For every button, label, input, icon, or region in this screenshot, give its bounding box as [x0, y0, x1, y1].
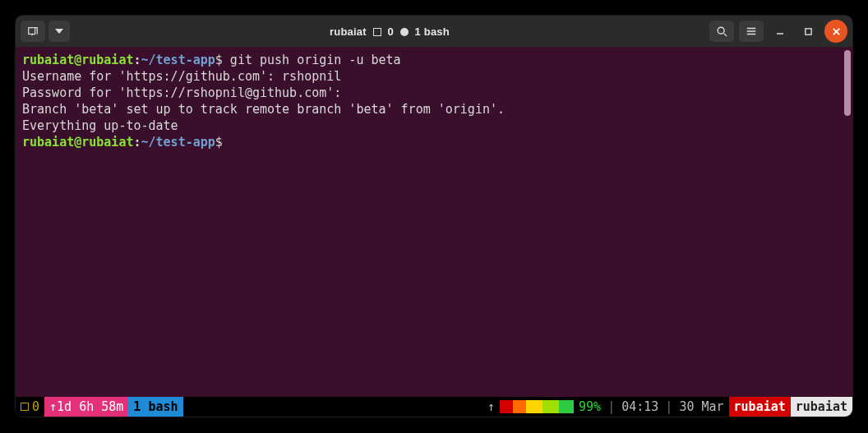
terminal-line: Everything up-to-date: [22, 117, 846, 134]
uptime-arrow-icon: ↑: [49, 399, 57, 414]
status-time: 04:13: [616, 397, 663, 417]
title-square-icon: [373, 28, 381, 36]
prompt-user: rubaiat: [22, 53, 74, 67]
title-proc: bash: [424, 25, 450, 38]
status-sep: |: [606, 399, 616, 414]
svg-marker-1: [55, 29, 63, 34]
status-uptime: ↑ 1d 6h 58m: [44, 397, 128, 417]
prompt-at: @: [74, 53, 81, 67]
prompt-command: [223, 135, 230, 150]
status-spacer: [183, 397, 483, 417]
svg-point-2: [718, 27, 724, 34]
status-host: rubaiat: [729, 397, 791, 417]
scrollbar-thumb[interactable]: [844, 50, 851, 116]
svg-line-3: [724, 34, 727, 37]
prompt-dollar: $: [215, 53, 223, 67]
terminal-output[interactable]: rubaiat@rubaiat:~/test-app$ git push ori…: [16, 47, 852, 397]
prompt-colon: :: [133, 53, 141, 67]
prompt-command: git push origin -u beta: [223, 53, 401, 67]
terminal-area: rubaiat@rubaiat:~/test-app$ git push ori…: [16, 47, 852, 417]
new-tab-button[interactable]: [21, 21, 45, 42]
output-text: Everything up-to-date: [22, 118, 178, 133]
uptime-value: 1d 6h 58m: [57, 399, 123, 414]
tab-menu-button[interactable]: [48, 21, 70, 42]
output-text: Branch 'beta' set up to track remote bra…: [22, 102, 505, 117]
status-load-bar: [500, 397, 574, 417]
time-value: 04:13: [621, 399, 658, 414]
status-network: ↑: [482, 397, 500, 417]
prompt-path: ~/test-app: [141, 53, 215, 67]
terminal-line: Password for 'https://rshopnil@github.co…: [22, 85, 846, 101]
prompt-host: rubaiat: [81, 53, 133, 67]
prompt-user: rubaiat: [22, 135, 74, 150]
output-text: Password for 'https://rshopnil@github.co…: [22, 85, 349, 100]
host-value: rubaiat: [734, 399, 786, 414]
svg-rect-0: [29, 28, 35, 35]
status-user: rubaiat: [791, 397, 852, 417]
terminal-line: Branch 'beta' set up to track remote bra…: [22, 101, 846, 117]
svg-rect-8: [805, 28, 810, 34]
date-value: 30 Mar: [679, 399, 723, 414]
status-window-list[interactable]: 1 bash: [128, 397, 182, 417]
title-count-b: 1: [415, 25, 421, 38]
maximize-button[interactable]: [796, 20, 820, 43]
status-date: 30 Mar: [674, 397, 728, 417]
user-value: rubaiat: [796, 399, 847, 414]
titlebar-right-controls: [709, 20, 847, 43]
session-icon: [21, 403, 29, 411]
status-battery: 99%: [574, 397, 606, 417]
terminal-line: rubaiat@rubaiat:~/test-app$ git push ori…: [22, 52, 846, 68]
terminal-window: rubaiat 0 1 bash: [15, 15, 853, 417]
titlebar-left-controls: [21, 21, 70, 42]
net-arrow-icon: ↑: [487, 399, 495, 414]
rainbow-bar-icon: [500, 400, 574, 413]
minimize-button[interactable]: [769, 20, 792, 43]
terminal-line: rubaiat@rubaiat:~/test-app$: [22, 134, 846, 150]
title-dot-icon: [400, 28, 409, 36]
titlebar: rubaiat 0 1 bash: [16, 16, 852, 47]
close-button[interactable]: [824, 20, 847, 43]
hamburger-menu-button[interactable]: [739, 21, 764, 42]
battery-pct: 99%: [579, 399, 601, 414]
prompt-colon: :: [133, 135, 141, 150]
output-text: Username for 'https://github.com': rshop…: [22, 69, 341, 84]
title-user: rubaiat: [330, 25, 367, 38]
search-button[interactable]: [709, 21, 734, 42]
window-title: rubaiat 0 1 bash: [75, 25, 704, 38]
session-number: 0: [32, 399, 39, 414]
prompt-dollar: $: [215, 135, 223, 150]
prompt-at: @: [74, 135, 81, 150]
terminal-line: Username for 'https://github.com': rshop…: [22, 68, 846, 85]
active-window: 1 bash: [133, 399, 178, 414]
status-line: 0 ↑ 1d 6h 58m 1 bash ↑ 99% | 04:13: [16, 397, 852, 417]
title-count-a: 0: [387, 25, 393, 38]
prompt-path: ~/test-app: [141, 135, 215, 150]
status-sep: |: [663, 399, 674, 414]
prompt-host: rubaiat: [81, 135, 133, 150]
status-session[interactable]: 0: [16, 397, 44, 417]
